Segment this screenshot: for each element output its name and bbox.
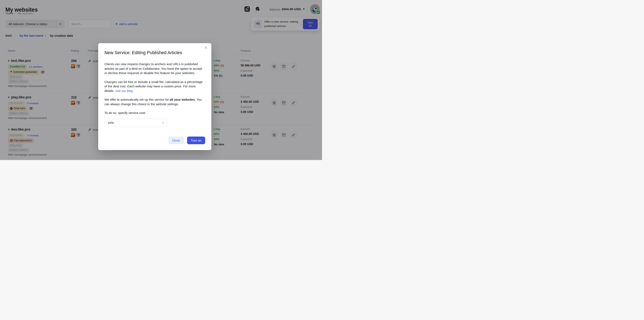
blog-link[interactable]: visit our blog. [115,89,134,93]
modal-title: New Service: Editing Published Articles [104,50,205,55]
modal-paragraph-3: We offer to automatically set up this se… [104,97,205,106]
new-service-modal: ✕ New Service: Editing Published Article… [98,43,211,150]
modal-paragraph-2: Changes can be free or include a small f… [104,80,205,93]
turn-on-button[interactable]: Turn on [187,137,205,144]
close-icon[interactable]: ✕ [204,46,208,50]
modal-footer: Close Turn on [168,137,205,144]
caret-down-icon [162,122,164,123]
close-button[interactable]: Close [168,137,184,144]
service-cost-label: To do so, specify service cost: [104,111,205,115]
modal-paragraph-1: Clients can now request changes to ancho… [104,62,205,75]
service-cost-value: 10% [108,121,114,124]
service-cost-select[interactable]: 10% [104,119,167,127]
